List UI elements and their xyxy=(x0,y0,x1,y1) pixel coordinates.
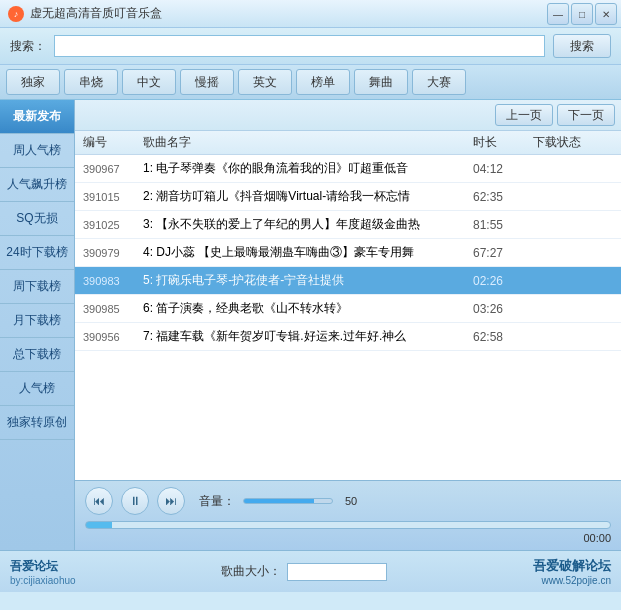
minimize-button[interactable]: — xyxy=(547,3,569,25)
search-input[interactable] xyxy=(54,35,545,57)
time-display: 00:00 xyxy=(85,532,611,544)
player-controls: ⏮ ⏸ ⏭ 音量： 50 xyxy=(85,487,611,515)
bottom-bar: 吾爱论坛 by:cijiaxiaohuo 歌曲大小： 吾爱破解论坛 www.52… xyxy=(0,550,621,592)
progress-bar[interactable] xyxy=(85,521,611,529)
sidebar-item-total-dl[interactable]: 总下载榜 xyxy=(0,338,74,372)
song-duration: 03:26 xyxy=(473,302,533,316)
tab-competition[interactable]: 大赛 xyxy=(412,69,466,95)
sidebar-item-monthly-dl[interactable]: 月下载榜 xyxy=(0,304,74,338)
song-name: 4: DJ小蕊 【史上最嗨最潮蛊车嗨曲③】豪车专用舞 xyxy=(143,244,473,261)
song-duration: 62:58 xyxy=(473,330,533,344)
table-row[interactable]: 391015 2: 潮音坊叮箱儿《抖音烟嗨Virtual-请给我一杯忘情 62:… xyxy=(75,183,621,211)
tab-slow[interactable]: 慢摇 xyxy=(180,69,234,95)
tab-dance[interactable]: 舞曲 xyxy=(354,69,408,95)
content-area: 上一页 下一页 编号 歌曲名字 时长 下载状态 390967 1: 电子琴弹奏《… xyxy=(75,100,621,550)
search-label: 搜索： xyxy=(10,38,46,55)
song-id: 390985 xyxy=(83,303,143,315)
song-id: 391025 xyxy=(83,219,143,231)
tab-chinese[interactable]: 中文 xyxy=(122,69,176,95)
volume-slider[interactable] xyxy=(243,498,333,504)
song-size-area: 歌曲大小： xyxy=(221,563,387,581)
volume-value: 50 xyxy=(345,495,357,507)
song-name: 1: 电子琴弹奏《你的眼角流着我的泪》叮超重低音 xyxy=(143,160,473,177)
watermark-sub: www.52pojie.cn xyxy=(542,575,611,586)
table-row[interactable]: 390967 1: 电子琴弹奏《你的眼角流着我的泪》叮超重低音 04:12 xyxy=(75,155,621,183)
song-duration: 67:27 xyxy=(473,246,533,260)
forum-name: 吾爱论坛 xyxy=(10,558,58,575)
song-duration: 04:12 xyxy=(473,162,533,176)
tab-chart[interactable]: 榜单 xyxy=(296,69,350,95)
prev-page-button[interactable]: 上一页 xyxy=(495,104,553,126)
play-pause-button[interactable]: ⏸ xyxy=(121,487,149,515)
watermark: 吾爱破解论坛 xyxy=(533,557,611,575)
song-id: 390979 xyxy=(83,247,143,259)
song-name: 2: 潮音坊叮箱儿《抖音烟嗨Virtual-请给我一杯忘情 xyxy=(143,188,473,205)
sidebar-item-weekly-hot[interactable]: 周人气榜 xyxy=(0,134,74,168)
bottom-right: 吾爱破解论坛 www.52pojie.cn xyxy=(533,557,611,586)
song-name: 7: 福建车载《新年贺岁叮专辑.好运来.过年好.神么 xyxy=(143,328,473,345)
song-duration: 02:26 xyxy=(473,274,533,288)
col-duration: 时长 xyxy=(473,134,533,151)
song-name: 6: 笛子演奏，经典老歌《山不转水转》 xyxy=(143,300,473,317)
song-list: 390967 1: 电子琴弹奏《你的眼角流着我的泪》叮超重低音 04:12 39… xyxy=(75,155,621,480)
sidebar-item-popular[interactable]: 人气榜 xyxy=(0,372,74,406)
sidebar-item-original[interactable]: 独家转原创 xyxy=(0,406,74,440)
tab-english[interactable]: 英文 xyxy=(238,69,292,95)
window-controls: — □ ✕ xyxy=(547,0,617,28)
song-name: 3: 【永不失联的爱上了年纪的男人】年度超级金曲热 xyxy=(143,216,473,233)
volume-label: 音量： xyxy=(199,493,235,510)
forum-sub: by:cijiaxiaohuo xyxy=(10,575,76,586)
song-name: 5: 打碗乐电子琴-护花使者-宁音社提供 xyxy=(143,272,473,289)
title-bar: ♪ 虚无超高清音质叮音乐盒 — □ ✕ xyxy=(0,0,621,28)
search-bar: 搜索： 搜索 xyxy=(0,28,621,65)
nav-tabs: 独家 串烧 中文 慢摇 英文 榜单 舞曲 大赛 xyxy=(0,65,621,100)
next-page-button[interactable]: 下一页 xyxy=(557,104,615,126)
player-bar: ⏮ ⏸ ⏭ 音量： 50 00:00 xyxy=(75,480,621,550)
tab-playlist[interactable]: 串烧 xyxy=(64,69,118,95)
table-row[interactable]: 391025 3: 【永不失联的爱上了年纪的男人】年度超级金曲热 81:55 xyxy=(75,211,621,239)
table-row[interactable]: 390983 5: 打碗乐电子琴-护花使者-宁音社提供 02:26 xyxy=(75,267,621,295)
close-button[interactable]: ✕ xyxy=(595,3,617,25)
table-header: 编号 歌曲名字 时长 下载状态 xyxy=(75,131,621,155)
bottom-left: 吾爱论坛 by:cijiaxiaohuo xyxy=(10,558,76,586)
main-area: 最新发布 周人气榜 人气飙升榜 SQ无损 24时下载榜 周下载榜 月下载榜 总下… xyxy=(0,100,621,550)
song-size-label: 歌曲大小： xyxy=(221,563,281,580)
table-row[interactable]: 390956 7: 福建车载《新年贺岁叮专辑.好运来.过年好.神么 62:58 xyxy=(75,323,621,351)
prev-button[interactable]: ⏮ xyxy=(85,487,113,515)
col-name: 歌曲名字 xyxy=(143,134,473,151)
song-id: 390956 xyxy=(83,331,143,343)
song-id: 390967 xyxy=(83,163,143,175)
search-button[interactable]: 搜索 xyxy=(553,34,611,58)
col-num: 编号 xyxy=(83,134,143,151)
app-icon: ♪ xyxy=(8,6,24,22)
song-duration: 62:35 xyxy=(473,190,533,204)
song-id: 391015 xyxy=(83,191,143,203)
tab-exclusive[interactable]: 独家 xyxy=(6,69,60,95)
sidebar-item-sq[interactable]: SQ无损 xyxy=(0,202,74,236)
sidebar-item-rising[interactable]: 人气飙升榜 xyxy=(0,168,74,202)
sidebar-item-weekly-dl[interactable]: 周下载榜 xyxy=(0,270,74,304)
sidebar: 最新发布 周人气榜 人气飙升榜 SQ无损 24时下载榜 周下载榜 月下载榜 总下… xyxy=(0,100,75,550)
content-header: 上一页 下一页 xyxy=(75,100,621,131)
table-row[interactable]: 390985 6: 笛子演奏，经典老歌《山不转水转》 03:26 xyxy=(75,295,621,323)
col-status: 下载状态 xyxy=(533,134,613,151)
song-duration: 81:55 xyxy=(473,218,533,232)
sidebar-item-daily-dl[interactable]: 24时下载榜 xyxy=(0,236,74,270)
maximize-button[interactable]: □ xyxy=(571,3,593,25)
table-row[interactable]: 390979 4: DJ小蕊 【史上最嗨最潮蛊车嗨曲③】豪车专用舞 67:27 xyxy=(75,239,621,267)
app-title: 虚无超高清音质叮音乐盒 xyxy=(30,5,162,22)
sidebar-item-new[interactable]: 最新发布 xyxy=(0,100,74,134)
song-size-input[interactable] xyxy=(287,563,387,581)
song-id: 390983 xyxy=(83,275,143,287)
next-button[interactable]: ⏭ xyxy=(157,487,185,515)
